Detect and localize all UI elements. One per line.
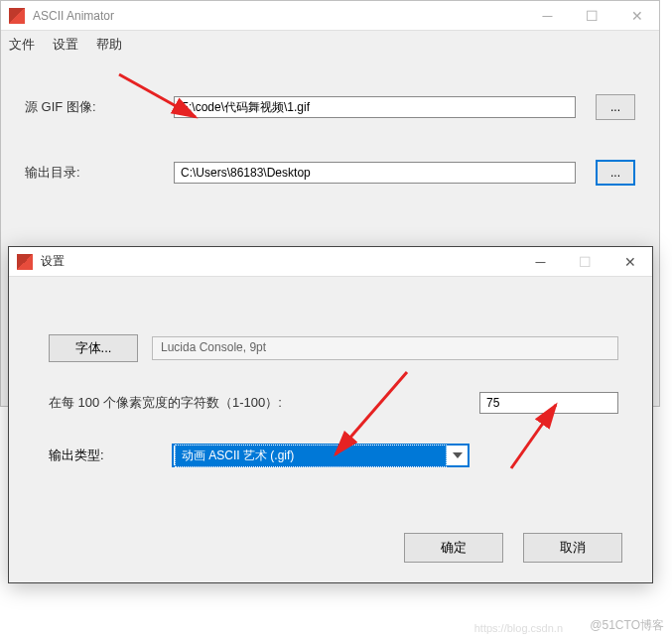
font-button[interactable]: 字体... — [49, 334, 138, 362]
output-type-selected: 动画 ASCII 艺术 (.gif) — [175, 445, 447, 467]
output-browse-button[interactable]: ... — [596, 160, 635, 186]
source-input[interactable] — [174, 96, 576, 118]
source-row: 源 GIF 图像: ... — [25, 94, 635, 120]
menu-file[interactable]: 文件 — [9, 36, 35, 54]
output-type-row: 输出类型: 动画 ASCII 艺术 (.gif) — [49, 444, 618, 467]
main-titlebar: ASCII Animator ─ ☐ ✕ — [1, 1, 659, 31]
output-label: 输出目录: — [25, 164, 164, 182]
dialog-icon — [17, 254, 33, 270]
dialog-maximize-button[interactable]: ☐ — [563, 247, 607, 277]
font-display: Lucida Console, 9pt — [152, 336, 618, 360]
menubar: 文件 设置 帮助 — [1, 31, 659, 59]
source-browse-button[interactable]: ... — [596, 94, 635, 120]
dialog-minimize-button[interactable]: ─ — [518, 247, 563, 277]
density-label: 在每 100 个像素宽度的字符数（1-100）: — [49, 394, 282, 412]
output-type-combo[interactable]: 动画 ASCII 艺术 (.gif) — [172, 444, 470, 467]
app-icon — [9, 8, 25, 24]
density-row: 在每 100 个像素宽度的字符数（1-100）: — [49, 392, 618, 414]
maximize-button[interactable]: ☐ — [570, 1, 614, 31]
window-title: ASCII Animator — [33, 9, 525, 23]
output-row: 输出目录: ... — [25, 160, 635, 186]
watermark-url: https://blog.csdn.n — [474, 622, 563, 634]
dialog-buttons: 确定 取消 — [404, 533, 622, 563]
dialog-titlebar: 设置 ─ ☐ ✕ — [9, 247, 652, 277]
font-row: 字体... Lucida Console, 9pt — [49, 334, 618, 362]
menu-settings[interactable]: 设置 — [53, 36, 78, 54]
dialog-close-button[interactable]: ✕ — [607, 247, 652, 277]
cancel-button[interactable]: 取消 — [523, 533, 622, 563]
minimize-button[interactable]: ─ — [525, 1, 570, 31]
chevron-down-icon — [448, 452, 468, 458]
density-input[interactable] — [479, 392, 618, 414]
ok-button[interactable]: 确定 — [404, 533, 503, 563]
output-type-label: 输出类型: — [49, 447, 158, 464]
dialog-content: 字体... Lucida Console, 9pt 在每 100 个像素宽度的字… — [9, 277, 652, 467]
source-label: 源 GIF 图像: — [25, 98, 164, 116]
output-input[interactable] — [174, 162, 576, 184]
main-content: 源 GIF 图像: ... 输出目录: ... — [1, 59, 659, 186]
dialog-title: 设置 — [41, 253, 518, 270]
settings-dialog: 设置 ─ ☐ ✕ 字体... Lucida Console, 9pt 在每 10… — [8, 246, 653, 583]
watermark: @51CTO博客 — [590, 617, 664, 634]
menu-help[interactable]: 帮助 — [96, 36, 122, 54]
close-button[interactable]: ✕ — [614, 1, 659, 31]
